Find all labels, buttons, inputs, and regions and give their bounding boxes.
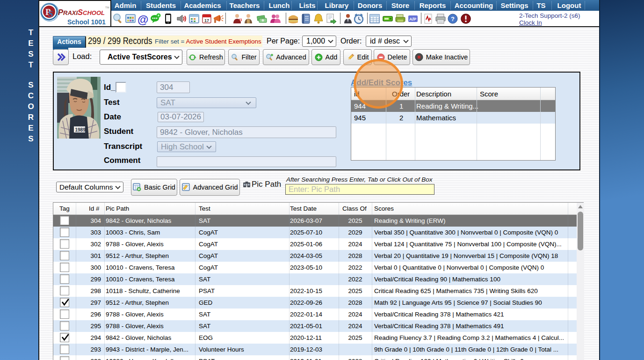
svg-text:1989: 1989 [75,127,86,132]
svg-text:A/P: A/P [409,17,416,22]
svg-text:TM: TM [105,6,109,9]
svg-text:PRAXISCHOOL: PRAXISCHOOL [58,8,105,16]
svg-text:?: ? [451,15,455,22]
svg-text:School 1001: School 1001 [67,18,106,26]
svg-text:S: S [48,9,53,19]
svg-text:17: 17 [204,18,209,23]
